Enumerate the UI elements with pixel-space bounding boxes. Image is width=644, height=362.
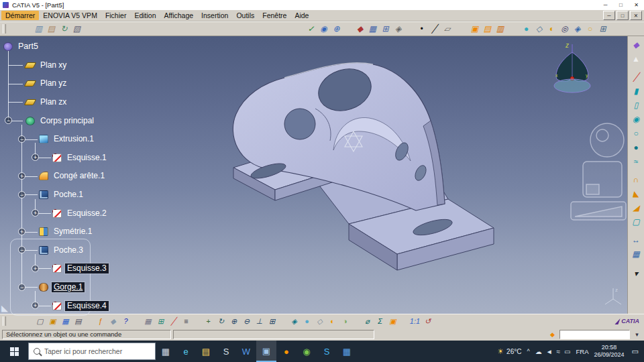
menu-fichier[interactable]: Fichier [101, 11, 131, 20]
volume-icon[interactable]: ◄ [546, 348, 553, 355]
update-icon[interactable]: ↺ [421, 315, 434, 327]
pan-icon[interactable]: + [202, 315, 215, 327]
tree-item-esquisse-4[interactable]: + Esquisse.4 [0, 296, 144, 315]
tree-item-poche-3[interactable]: − Poche.3 [0, 241, 144, 260]
view-compass[interactable]: z x y [554, 42, 590, 93]
battery-icon[interactable]: ▭ [564, 348, 570, 355]
open-icon[interactable]: ▣ [46, 315, 59, 327]
tree-expander[interactable]: − [5, 117, 12, 124]
chamfer-icon[interactable]: ◣ [629, 187, 643, 200]
edge-icon[interactable]: e [176, 341, 196, 362]
onedrive-icon[interactable]: ☁ [535, 348, 542, 355]
workbench-icon[interactable]: ◆ [629, 38, 643, 52]
vpm-sync-icon[interactable]: ↻ [58, 23, 70, 36]
grid-toggle-icon[interactable]: ▦ [142, 315, 154, 327]
tree-item-plan-yz[interactable]: Plan yz [0, 74, 144, 93]
hole-icon[interactable]: ● [629, 141, 643, 154]
start-button[interactable] [0, 341, 28, 362]
tree-expander[interactable]: − [18, 284, 25, 291]
menu-demarrer[interactable]: Démarrer [1, 11, 39, 20]
tree-item-esquisse-3[interactable]: + Esquisse.3 [0, 259, 144, 278]
tree-item-esquisse-1[interactable]: + Esquisse.1 [0, 149, 144, 168]
help-icon[interactable]: ? [119, 315, 132, 327]
maximize-button[interactable]: □ [613, 0, 629, 10]
close-button[interactable]: ✕ [629, 0, 644, 10]
tree-item-gorge-1[interactable]: − Gorge.1 [0, 278, 144, 297]
search-doc-icon[interactable]: ◉ [317, 23, 330, 36]
menu-outils[interactable]: Outils [232, 11, 258, 20]
tree-expander[interactable]: + [32, 265, 39, 272]
iso-view-icon[interactable]: ◈ [288, 315, 301, 327]
power-input-field[interactable] [559, 330, 630, 339]
ghost-circle-tool[interactable] [590, 123, 624, 157]
ghost-tools-palette[interactable] [571, 123, 626, 220]
fillet-icon[interactable]: ∩ [629, 173, 643, 186]
line-icon[interactable]: ╱ [428, 23, 441, 36]
pattern-icon[interactable]: ▦ [629, 247, 643, 261]
depth-effect-icon[interactable]: ◈ [571, 23, 584, 36]
mdi-minimize-button[interactable]: ─ [603, 11, 615, 20]
tree-expander[interactable]: + [18, 172, 25, 180]
tree-item-symetrie-1[interactable]: + Symétrie.1 [0, 223, 144, 241]
tree-expander[interactable]: − [18, 135, 25, 143]
multi-view-icon[interactable]: ⊞ [266, 315, 278, 327]
tree-expander[interactable]: + [18, 228, 25, 235]
print-icon[interactable]: ▤ [72, 315, 85, 327]
mdi-close-button[interactable]: ✕ [630, 11, 642, 20]
skype-icon[interactable]: S [317, 341, 337, 362]
fullscreen-icon[interactable]: ⊞ [596, 23, 609, 36]
spellcheck-icon[interactable]: ✓ [305, 23, 317, 36]
mirror-icon[interactable]: ↔ [629, 233, 643, 247]
normal-view-icon[interactable]: ⊥ [253, 315, 266, 327]
vpm-delete-icon[interactable]: ▧ [70, 23, 83, 36]
clock-widget[interactable]: 20:58 26/09/2024 [594, 344, 625, 359]
menu-affichage[interactable]: Affichage [160, 11, 198, 20]
tree-item-plan-zx[interactable]: Plan zx [0, 93, 144, 112]
scale-icon[interactable]: 1:1 [409, 315, 421, 327]
tree-expander[interactable]: + [32, 209, 39, 217]
firefox-icon[interactable]: ● [276, 341, 297, 362]
pin-item-icon[interactable]: ◆ [354, 23, 366, 36]
list-icon[interactable]: ≡ [180, 315, 193, 327]
tree-expander[interactable]: − [18, 246, 25, 253]
snip-tool-icon[interactable]: S [216, 341, 236, 362]
annotation-icon[interactable]: ◆ [107, 315, 119, 327]
grid-icon[interactable]: ▦ [366, 23, 379, 36]
pad-icon[interactable]: ▮ [629, 84, 643, 98]
zoom-in-icon[interactable]: ⊕ [227, 315, 240, 327]
menu-enovia-v5-vpm[interactable]: ENOVIA V5 VPM [39, 11, 101, 20]
overflow-arrow-icon[interactable]: ▾ [629, 267, 643, 280]
knowledge-fx-icon[interactable]: ƒ [94, 315, 107, 327]
tree-item-plan-xy[interactable]: Plan xy [0, 56, 144, 75]
pocket-icon[interactable]: ▯ [629, 99, 643, 112]
task-view-button[interactable]: ▦ [156, 341, 176, 362]
catalog-bottom-icon[interactable]: ▣ [386, 315, 399, 327]
shading-mode-icon[interactable]: ● [520, 23, 533, 36]
office-icon[interactable]: ▦ [337, 341, 357, 362]
select-arrow-icon[interactable]: ▲ [629, 52, 643, 66]
texture-view-icon[interactable]: ◎ [558, 23, 571, 36]
new-document-icon[interactable]: ▢ [34, 315, 46, 327]
measure-icon[interactable]: ⌀ [361, 315, 374, 327]
pencil-icon[interactable]: ╱ [167, 315, 180, 327]
wireframe-view-icon[interactable]: ◇ [313, 315, 326, 327]
link-manager-icon[interactable]: ⊕ [330, 23, 343, 36]
menu-insertion[interactable]: Insertion [197, 11, 232, 20]
taskbar-search-input[interactable]: Taper ici pour rechercher [28, 343, 156, 360]
shaded-view-icon[interactable]: ● [301, 315, 313, 327]
menu-edition[interactable]: Edition [130, 11, 160, 20]
plane-icon[interactable]: ▱ [441, 23, 453, 36]
sketcher-icon[interactable]: ╱ [629, 70, 643, 84]
groove-icon[interactable]: ○ [629, 127, 643, 140]
word-icon[interactable]: W [236, 341, 256, 362]
chrome-icon[interactable]: ◉ [297, 341, 317, 362]
tree-item-conge-arete-1[interactable]: + Congé arête.1 [0, 167, 144, 186]
rotate-icon[interactable]: ↻ [215, 315, 227, 327]
data-open-icon[interactable]: ▤ [45, 23, 58, 36]
catalog-icon[interactable]: ▣ [468, 23, 481, 36]
tree-item-corps-principal[interactable]: − Corps principal [0, 111, 144, 130]
language-indicator[interactable]: FRA [576, 348, 589, 355]
visible-space-icon[interactable]: ◑ [339, 315, 352, 327]
catalog-browser-icon[interactable]: ▤ [481, 23, 494, 36]
attach-icon[interactable]: ⊞ [154, 315, 167, 327]
